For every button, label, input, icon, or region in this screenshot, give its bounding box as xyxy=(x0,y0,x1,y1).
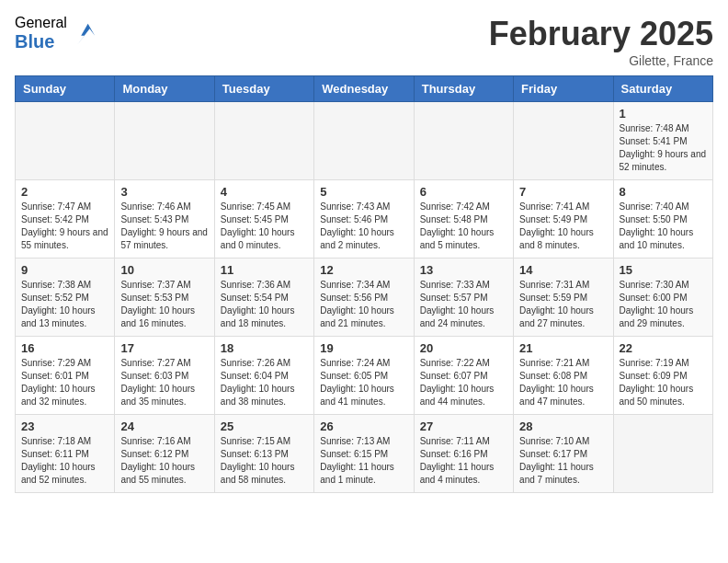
calendar-day-cell: 11Sunrise: 7:36 AM Sunset: 5:54 PM Dayli… xyxy=(214,259,313,337)
calendar-day-cell: 10Sunrise: 7:37 AM Sunset: 5:53 PM Dayli… xyxy=(115,259,214,337)
day-info: Sunrise: 7:22 AM Sunset: 6:07 PM Dayligh… xyxy=(420,357,507,408)
day-number: 10 xyxy=(120,263,208,277)
day-of-week-header: Wednesday xyxy=(314,76,414,102)
day-of-week-header: Thursday xyxy=(414,76,513,102)
day-of-week-header: Saturday xyxy=(613,76,712,102)
day-info: Sunrise: 7:40 AM Sunset: 5:50 PM Dayligh… xyxy=(620,201,707,252)
calendar-day-cell: 3Sunrise: 7:46 AM Sunset: 5:43 PM Daylig… xyxy=(115,180,214,259)
calendar-day-cell xyxy=(115,102,214,180)
day-info: Sunrise: 7:15 AM Sunset: 6:13 PM Dayligh… xyxy=(221,435,308,487)
day-info: Sunrise: 7:36 AM Sunset: 5:54 PM Dayligh… xyxy=(221,279,308,330)
calendar-day-cell: 5Sunrise: 7:43 AM Sunset: 5:46 PM Daylig… xyxy=(314,180,414,259)
day-info: Sunrise: 7:31 AM Sunset: 5:59 PM Dayligh… xyxy=(519,279,607,330)
day-info: Sunrise: 7:19 AM Sunset: 6:09 PM Dayligh… xyxy=(620,357,707,408)
calendar-day-cell: 7Sunrise: 7:41 AM Sunset: 5:49 PM Daylig… xyxy=(514,180,613,259)
day-number: 21 xyxy=(519,341,607,355)
calendar-day-cell: 16Sunrise: 7:29 AM Sunset: 6:01 PM Dayli… xyxy=(16,337,115,415)
day-number: 17 xyxy=(120,341,208,355)
calendar-day-cell: 12Sunrise: 7:34 AM Sunset: 5:56 PM Dayli… xyxy=(314,259,414,337)
logo-general: General xyxy=(15,15,67,31)
calendar-day-cell: 19Sunrise: 7:24 AM Sunset: 6:05 PM Dayli… xyxy=(314,337,414,415)
day-info: Sunrise: 7:11 AM Sunset: 6:16 PM Dayligh… xyxy=(420,435,507,487)
calendar-day-cell: 14Sunrise: 7:31 AM Sunset: 5:59 PM Dayli… xyxy=(514,259,613,337)
day-info: Sunrise: 7:34 AM Sunset: 5:56 PM Dayligh… xyxy=(320,279,407,330)
day-number: 24 xyxy=(120,419,208,433)
day-number: 22 xyxy=(620,341,707,355)
day-info: Sunrise: 7:48 AM Sunset: 5:41 PM Dayligh… xyxy=(620,122,707,174)
day-of-week-header: Friday xyxy=(514,76,613,102)
day-info: Sunrise: 7:10 AM Sunset: 6:17 PM Dayligh… xyxy=(519,435,607,487)
day-number: 8 xyxy=(620,185,707,199)
day-number: 1 xyxy=(620,107,707,121)
calendar-week-row: 23Sunrise: 7:18 AM Sunset: 6:11 PM Dayli… xyxy=(16,415,713,493)
calendar-day-cell xyxy=(16,102,115,180)
day-info: Sunrise: 7:13 AM Sunset: 6:15 PM Dayligh… xyxy=(320,435,407,487)
calendar-day-cell: 15Sunrise: 7:30 AM Sunset: 6:00 PM Dayli… xyxy=(613,259,712,337)
logo-icon xyxy=(71,20,97,46)
day-info: Sunrise: 7:21 AM Sunset: 6:08 PM Dayligh… xyxy=(519,357,607,408)
day-info: Sunrise: 7:45 AM Sunset: 5:45 PM Dayligh… xyxy=(221,201,308,252)
calendar-day-cell: 8Sunrise: 7:40 AM Sunset: 5:50 PM Daylig… xyxy=(613,180,712,259)
location: Gilette, France xyxy=(489,53,713,68)
calendar-week-row: 16Sunrise: 7:29 AM Sunset: 6:01 PM Dayli… xyxy=(16,337,713,415)
day-number: 3 xyxy=(120,185,208,199)
calendar-day-cell: 23Sunrise: 7:18 AM Sunset: 6:11 PM Dayli… xyxy=(16,415,115,493)
calendar-day-cell: 9Sunrise: 7:38 AM Sunset: 5:52 PM Daylig… xyxy=(16,259,115,337)
calendar-day-cell: 13Sunrise: 7:33 AM Sunset: 5:57 PM Dayli… xyxy=(414,259,513,337)
day-number: 16 xyxy=(21,341,108,355)
calendar-day-cell: 18Sunrise: 7:26 AM Sunset: 6:04 PM Dayli… xyxy=(214,337,313,415)
calendar-day-cell: 17Sunrise: 7:27 AM Sunset: 6:03 PM Dayli… xyxy=(115,337,214,415)
day-number: 20 xyxy=(420,341,507,355)
day-info: Sunrise: 7:26 AM Sunset: 6:04 PM Dayligh… xyxy=(221,357,308,408)
calendar-day-cell: 26Sunrise: 7:13 AM Sunset: 6:15 PM Dayli… xyxy=(314,415,414,493)
day-number: 4 xyxy=(221,185,308,199)
calendar-week-row: 1Sunrise: 7:48 AM Sunset: 5:41 PM Daylig… xyxy=(16,102,713,180)
day-info: Sunrise: 7:18 AM Sunset: 6:11 PM Dayligh… xyxy=(21,435,108,487)
calendar-day-cell: 21Sunrise: 7:21 AM Sunset: 6:08 PM Dayli… xyxy=(514,337,613,415)
day-number: 15 xyxy=(620,263,707,277)
calendar-day-cell xyxy=(214,102,313,180)
day-number: 25 xyxy=(221,419,308,433)
calendar-day-cell: 20Sunrise: 7:22 AM Sunset: 6:07 PM Dayli… xyxy=(414,337,513,415)
day-info: Sunrise: 7:42 AM Sunset: 5:48 PM Dayligh… xyxy=(420,201,507,252)
calendar-week-row: 2Sunrise: 7:47 AM Sunset: 5:42 PM Daylig… xyxy=(16,180,713,259)
title-section: February 2025 Gilette, France xyxy=(489,15,713,68)
calendar-day-cell xyxy=(314,102,414,180)
day-info: Sunrise: 7:37 AM Sunset: 5:53 PM Dayligh… xyxy=(120,279,208,330)
day-info: Sunrise: 7:43 AM Sunset: 5:46 PM Dayligh… xyxy=(320,201,407,252)
day-info: Sunrise: 7:16 AM Sunset: 6:12 PM Dayligh… xyxy=(120,435,208,487)
day-number: 28 xyxy=(519,419,607,433)
calendar-day-cell: 22Sunrise: 7:19 AM Sunset: 6:09 PM Dayli… xyxy=(613,337,712,415)
logo-text: General Blue xyxy=(15,15,67,52)
day-number: 13 xyxy=(420,263,507,277)
calendar: SundayMondayTuesdayWednesdayThursdayFrid… xyxy=(15,75,713,493)
day-info: Sunrise: 7:27 AM Sunset: 6:03 PM Dayligh… xyxy=(120,357,208,408)
day-number: 26 xyxy=(320,419,407,433)
calendar-day-cell: 2Sunrise: 7:47 AM Sunset: 5:42 PM Daylig… xyxy=(16,180,115,259)
day-number: 2 xyxy=(21,185,108,199)
day-info: Sunrise: 7:41 AM Sunset: 5:49 PM Dayligh… xyxy=(519,201,607,252)
day-of-week-header: Tuesday xyxy=(214,76,313,102)
day-info: Sunrise: 7:29 AM Sunset: 6:01 PM Dayligh… xyxy=(21,357,108,408)
calendar-day-cell: 6Sunrise: 7:42 AM Sunset: 5:48 PM Daylig… xyxy=(414,180,513,259)
day-info: Sunrise: 7:47 AM Sunset: 5:42 PM Dayligh… xyxy=(21,201,108,252)
day-info: Sunrise: 7:38 AM Sunset: 5:52 PM Dayligh… xyxy=(21,279,108,330)
calendar-week-row: 9Sunrise: 7:38 AM Sunset: 5:52 PM Daylig… xyxy=(16,259,713,337)
day-of-week-header: Monday xyxy=(115,76,214,102)
svg-marker-0 xyxy=(77,24,95,44)
calendar-day-cell: 28Sunrise: 7:10 AM Sunset: 6:17 PM Dayli… xyxy=(514,415,613,493)
month-title: February 2025 xyxy=(489,15,713,53)
day-number: 5 xyxy=(320,185,407,199)
calendar-day-cell: 25Sunrise: 7:15 AM Sunset: 6:13 PM Dayli… xyxy=(214,415,313,493)
day-number: 23 xyxy=(21,419,108,433)
day-number: 27 xyxy=(420,419,507,433)
calendar-day-cell xyxy=(613,415,712,493)
day-number: 12 xyxy=(320,263,407,277)
day-number: 11 xyxy=(221,263,308,277)
calendar-day-cell xyxy=(414,102,513,180)
calendar-day-cell: 1Sunrise: 7:48 AM Sunset: 5:41 PM Daylig… xyxy=(613,102,712,180)
calendar-day-cell: 4Sunrise: 7:45 AM Sunset: 5:45 PM Daylig… xyxy=(214,180,313,259)
day-info: Sunrise: 7:24 AM Sunset: 6:05 PM Dayligh… xyxy=(320,357,407,408)
day-of-week-header: Sunday xyxy=(16,76,115,102)
day-number: 14 xyxy=(519,263,607,277)
